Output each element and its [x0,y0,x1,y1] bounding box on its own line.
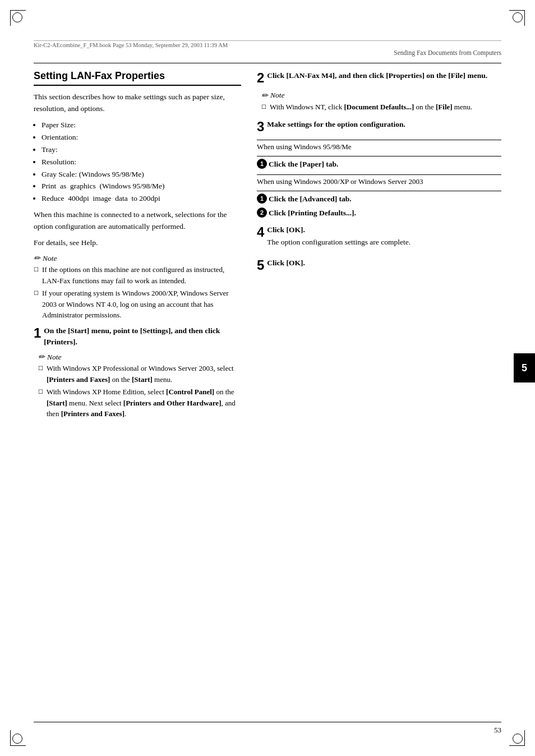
step-2-row: 2 Click [LAN-Fax M4], and then click [Pr… [257,70,501,86]
step-3-text: Make settings for the option configurati… [267,120,405,128]
step-3-body: Make settings for the option configurati… [267,119,501,130]
note-icon-step1: ✏ [38,352,45,362]
note-text-step2-1: With Windows NT, click [Document Default… [270,102,472,113]
help-text: For details, see Help. [34,237,241,249]
step-4-row: 4 Click [OK]. The option configuration s… [257,224,501,253]
sub-step-2b-row: 2 Click [Printing Defaults...]. [257,208,501,219]
col-left: Setting LAN-Fax Properties This section … [34,70,241,424]
bullet-list: Paper Size: Orientation: Tray: Resolutio… [41,119,241,205]
step-4-num: 4 [257,224,264,241]
note-checkbox-step1-2: ☐ [38,388,43,396]
step-1-num: 1 [34,325,41,342]
step-1-row: 1 On the [Start] menu, point to [Setting… [34,325,241,348]
note-item-step2-1: ☐ With Windows NT, click [Document Defau… [261,102,501,113]
step-2-text: Click [LAN-Fax M4], and then click [Prop… [267,71,487,80]
intro-text: This section describes how to make setti… [34,91,241,115]
sub-step-2b-num: 2 [257,208,267,218]
sub-step-2a-row: 1 Click the [Advanced] tab. [257,193,501,205]
sub-heading-1: When using Windows 95/98/Me [257,142,501,151]
list-item: Print as graphics (Windows 95/98/Me) [41,181,241,192]
list-item: Reduce 400dpi image data to 200dpi [41,193,241,205]
file-info: Kir-C2-AEcombine_F_FM.book Page 53 Monda… [34,40,501,48]
reg-circle-tl [12,12,22,22]
note-checkbox-step2-1: ☐ [261,103,266,111]
section-title: Setting LAN-Fax Properties [34,70,241,86]
bottom-rule [34,722,501,722]
note-label-step2: Note [270,91,285,100]
main-content: Setting LAN-Fax Properties This section … [34,70,501,711]
sub-divider-2b [257,191,501,191]
note-block-left: ✏ Note ☐ If the options on this machine … [34,253,241,321]
note-header-step1: ✏ Note [38,352,241,362]
note-item-step1-1: ☐ With Windows XP Professional or Window… [38,363,241,385]
note-text-left-2: If your operating system is Windows 2000… [42,288,241,321]
note-checkbox-step1-1: ☐ [38,364,43,372]
note-block-step1: ✏ Note ☐ With Windows XP Professional or… [38,352,241,420]
note-text-step1-2: With Windows XP Home Edition, select [Co… [47,386,241,420]
reg-circle-br [513,734,523,744]
step-2-num: 2 [257,70,264,86]
step-1-text: On the [Start] menu, point to [Settings]… [44,326,220,346]
step-3-row: 3 Make settings for the option configura… [257,119,501,135]
note-header-step2: ✏ Note [261,91,501,100]
step-4-body-text: The option configuration settings are co… [267,237,501,248]
page: Kir-C2-AEcombine_F_FM.book Page 53 Monda… [0,0,535,756]
chapter-tab: 5 [514,353,535,382]
sub-step-1-num: 1 [257,159,267,169]
list-item: Resolution: [41,156,241,168]
step-3-num: 3 [257,119,264,135]
sub-divider-1b [257,156,501,156]
two-column-layout: Setting LAN-Fax Properties This section … [34,70,501,424]
sub-divider-2 [257,174,501,175]
step-5-text: Click [OK]. [267,259,305,267]
list-item: Gray Scale: (Windows 95/98/Me) [41,169,241,181]
reg-circle-bl [12,734,22,744]
sub-heading-2: When using Windows 2000/XP or Windows Se… [257,177,501,186]
step-5-row: 5 Click [OK]. [257,257,501,274]
note-label-left: Note [43,254,57,263]
sub-step-2a-text: Click the [Advanced] tab. [269,193,352,205]
sub-divider-1 [257,140,501,140]
note-checkbox-2: ☐ [34,289,39,297]
step-5-num: 5 [257,257,264,274]
note-icon-left: ✏ [34,253,40,263]
note-checkbox-1: ☐ [34,265,39,274]
note-item-left-1: ☐ If the options on this machine are not… [34,264,241,286]
reg-circle-tr [513,12,523,22]
header-bar: Kir-C2-AEcombine_F_FM.book Page 53 Monda… [34,40,501,58]
step-1-body: On the [Start] menu, point to [Settings]… [44,325,241,348]
sub-step-2a-num: 1 [257,193,267,204]
sub-step-2b-text: Click [Printing Defaults...]. [269,208,356,219]
page-title-right: Sending Fax Documents from Computers [34,49,501,58]
note-label-step1: Note [47,353,62,362]
note-text-left-1: If the options on this machine are not c… [42,264,241,286]
note-block-step2: ✏ Note ☐ With Windows NT, click [Documen… [261,91,501,113]
col-right: 2 Click [LAN-Fax M4], and then click [Pr… [257,70,501,424]
page-number: 53 [494,726,501,735]
note-item-step1-2: ☐ With Windows XP Home Edition, select [… [38,386,241,420]
top-rule [34,63,501,63]
note-icon-step2: ✏ [261,91,268,100]
note-header-left: ✏ Note [34,253,241,263]
step-5-body: Click [OK]. [267,257,501,269]
list-item: Tray: [41,144,241,156]
step-4-text: Click [OK]. [267,225,305,234]
list-item: Orientation: [41,132,241,144]
note-item-left-2: ☐ If your operating system is Windows 20… [34,288,241,321]
step-4-body: Click [OK]. The option configuration set… [267,224,501,253]
sub-step-1-text: Click the [Paper] tab. [269,159,338,170]
step-2-body: Click [LAN-Fax M4], and then click [Prop… [267,70,501,81]
sub-step-1-row: 1 Click the [Paper] tab. [257,159,501,170]
note-text-step1-1: With Windows XP Professional or Windows … [47,363,241,385]
auto-config-text: When this machine is connected to a netw… [34,209,241,233]
list-item: Paper Size: [41,119,241,131]
